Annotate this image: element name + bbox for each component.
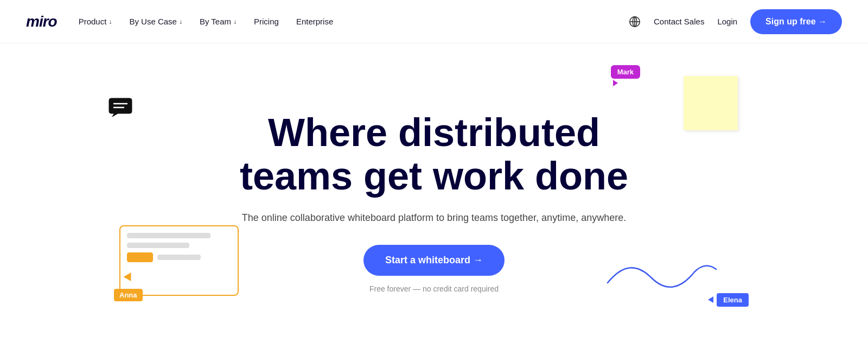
signup-button[interactable]: Sign up free → bbox=[750, 9, 842, 34]
by-team-arrow-icon: ↓ bbox=[233, 18, 237, 26]
mark-label: Mark bbox=[611, 65, 640, 79]
card-btn-row bbox=[127, 252, 231, 262]
start-whiteboard-button[interactable]: Start a whiteboard → bbox=[363, 245, 505, 276]
elena-decoration: Elena bbox=[717, 293, 749, 307]
nav-product[interactable]: Product ↓ bbox=[79, 17, 112, 26]
svg-marker-7 bbox=[112, 113, 118, 117]
hero-title: Where distributed teams get work done bbox=[217, 111, 651, 197]
card-line-1 bbox=[127, 233, 210, 238]
svg-rect-4 bbox=[109, 98, 132, 113]
mark-cursor-icon bbox=[613, 80, 618, 86]
hero-subtitle: The online collaborative whiteboard plat… bbox=[242, 211, 626, 225]
elena-cursor-icon bbox=[708, 296, 713, 303]
globe-icon[interactable] bbox=[629, 16, 641, 28]
navbar: miro Product ↓ By Use Case ↓ By Team ↓ P… bbox=[0, 0, 868, 43]
anna-label: Anna bbox=[114, 289, 143, 301]
card-btn-line bbox=[157, 255, 201, 260]
nav-by-team[interactable]: By Team ↓ bbox=[200, 17, 237, 26]
contact-sales-link[interactable]: Contact Sales bbox=[654, 17, 704, 26]
free-note: Free forever — no credit card required bbox=[369, 284, 499, 293]
nav-enterprise[interactable]: Enterprise bbox=[296, 17, 333, 26]
mark-decoration: Mark bbox=[611, 65, 640, 86]
nav-right: Contact Sales Login Sign up free → bbox=[629, 9, 842, 34]
nav-pricing[interactable]: Pricing bbox=[254, 17, 279, 26]
nav-by-use-case[interactable]: By Use Case ↓ bbox=[129, 17, 182, 26]
sticky-note-decoration bbox=[684, 76, 738, 130]
squiggle-decoration bbox=[602, 250, 722, 296]
whiteboard-card bbox=[119, 225, 239, 296]
card-button-element bbox=[127, 252, 153, 262]
hero-section: Where distributed teams get work done Th… bbox=[0, 43, 868, 361]
card-line-2 bbox=[127, 243, 189, 248]
login-link[interactable]: Login bbox=[717, 17, 737, 26]
elena-label: Elena bbox=[717, 293, 749, 307]
nav-links: Product ↓ By Use Case ↓ By Team ↓ Pricin… bbox=[79, 17, 629, 26]
anna-decoration: Anna bbox=[119, 225, 239, 296]
chat-icon-decoration bbox=[108, 98, 132, 117]
logo[interactable]: miro bbox=[26, 13, 57, 30]
by-use-case-arrow-icon: ↓ bbox=[179, 18, 182, 26]
product-arrow-icon: ↓ bbox=[108, 18, 112, 26]
